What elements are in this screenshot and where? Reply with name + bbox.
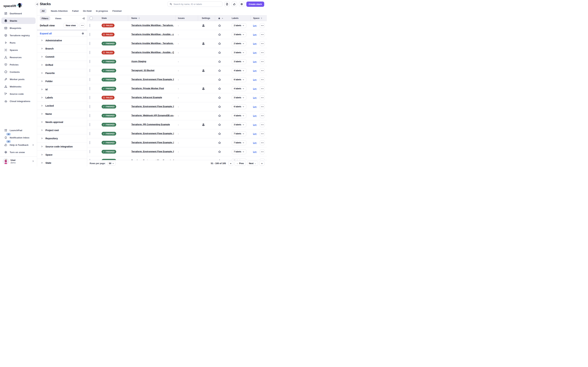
tab-failed[interactable]: Failed bbox=[72, 9, 79, 13]
create-stack-button[interactable]: Create stack bbox=[246, 1, 264, 7]
labels-dropdown-button[interactable]: 3 labels bbox=[232, 32, 246, 37]
last-page-button[interactable]: » bbox=[260, 161, 264, 166]
space-link[interactable]: Legacy bbox=[253, 142, 258, 144]
stack-name-link[interactable]: Terraform: Infracost Example bbox=[131, 96, 162, 99]
tab-on-hold[interactable]: On Hold bbox=[83, 9, 92, 13]
row-more-button[interactable] bbox=[260, 113, 265, 118]
labels-dropdown-button[interactable]: 3 labels bbox=[232, 50, 246, 55]
sidebar-item-blueprints[interactable]: Blueprints bbox=[1, 25, 35, 31]
space-link[interactable]: Legacy bbox=[253, 42, 258, 45]
stack-name-link[interactable]: Terraform Ansible Workflow - Terraform -… bbox=[131, 24, 174, 26]
tab-needs-attention[interactable]: Needs Attention bbox=[51, 9, 68, 13]
labels-dropdown-button[interactable]: 3 labels bbox=[232, 95, 246, 100]
labels-dropdown-button[interactable]: 2 labels bbox=[232, 41, 246, 46]
filter-group-name[interactable]: Name bbox=[37, 110, 87, 118]
filter-group-administrative[interactable]: Administrative bbox=[37, 36, 87, 45]
column-header-favorite[interactable] bbox=[215, 16, 231, 21]
stack-name-link[interactable]: Terraform: Environment Flow Example: Dev… bbox=[131, 78, 174, 81]
sidebar-item-source-code[interactable]: Source code bbox=[1, 91, 35, 97]
row-checkbox[interactable] bbox=[90, 132, 90, 135]
row-more-button[interactable] bbox=[260, 140, 265, 145]
stack-name-link[interactable]: Terraform: PR Commenting Example bbox=[131, 123, 170, 126]
sidebar-item-terraform-registry[interactable]: Terraform registry bbox=[1, 32, 35, 39]
filter-group-drifted[interactable]: Drifted bbox=[37, 61, 87, 69]
row-checkbox[interactable] bbox=[90, 78, 90, 81]
tab-all[interactable]: All bbox=[40, 9, 46, 13]
stack-name-link[interactable]: Terragrunt: S3 Bucket bbox=[131, 69, 154, 72]
tab-views[interactable]: Views bbox=[53, 16, 63, 21]
filter-group-labels[interactable]: Labels bbox=[37, 93, 87, 102]
feedback-button[interactable] bbox=[232, 1, 237, 7]
row-more-button[interactable] bbox=[260, 131, 265, 136]
row-more-button[interactable] bbox=[260, 149, 265, 154]
star-icon[interactable] bbox=[218, 114, 231, 117]
space-link[interactable]: Legacy bbox=[253, 33, 258, 36]
labels-dropdown-button[interactable]: 4 labels bbox=[232, 113, 246, 118]
row-checkbox[interactable] bbox=[90, 123, 90, 126]
row-more-button[interactable] bbox=[260, 158, 265, 160]
space-link[interactable]: Legacy bbox=[253, 133, 258, 135]
filter-group-needs-approval[interactable]: Needs approval bbox=[37, 118, 87, 126]
row-more-button[interactable] bbox=[260, 86, 265, 91]
row-checkbox[interactable] bbox=[90, 60, 90, 63]
labels-dropdown-button[interactable]: 7 labels bbox=[232, 158, 246, 160]
space-link[interactable]: Legacy bbox=[253, 51, 258, 54]
filter-group-locked[interactable]: Locked bbox=[37, 102, 87, 110]
space-link[interactable]: Legacy bbox=[253, 78, 258, 81]
row-more-button[interactable] bbox=[260, 104, 265, 109]
sidebar-item-worker-pools[interactable]: Worker pools bbox=[1, 76, 35, 83]
row-checkbox[interactable] bbox=[90, 42, 90, 45]
space-link[interactable]: Legacy bbox=[253, 60, 258, 63]
filter-group-space[interactable]: Space bbox=[37, 151, 87, 159]
new-view-button[interactable]: New view bbox=[63, 23, 78, 28]
sidebar-item-launchpad[interactable]: LaunchPad bbox=[1, 127, 35, 133]
stack-name-link[interactable]: Terraform Ansible Workflow - Ansible - c… bbox=[131, 33, 174, 35]
sidebar-item-contexts[interactable]: Contexts bbox=[1, 69, 35, 75]
sidebar-item-notification-inbox[interactable]: 16Notification Inbox bbox=[1, 134, 35, 141]
row-more-button[interactable] bbox=[260, 59, 265, 64]
star-icon[interactable] bbox=[218, 141, 231, 144]
labels-dropdown-button[interactable]: 6 labels bbox=[232, 77, 246, 82]
labels-dropdown-button[interactable]: 4 labels bbox=[232, 86, 246, 91]
row-more-button[interactable] bbox=[260, 95, 265, 100]
space-link[interactable]: Legacy bbox=[253, 124, 258, 126]
docs-button[interactable] bbox=[224, 1, 230, 7]
prev-page-button[interactable]: ← Prev bbox=[235, 161, 246, 166]
sidebar-item-spaces[interactable]: Spaces bbox=[1, 47, 35, 53]
filter-group-folder[interactable]: Folder bbox=[37, 77, 87, 85]
labels-dropdown-button[interactable]: 7 labels bbox=[232, 149, 246, 154]
labels-dropdown-button[interactable]: 3 labels bbox=[232, 122, 246, 127]
star-icon[interactable] bbox=[218, 150, 231, 153]
filter-group-source-code-integration[interactable]: Source code integration bbox=[37, 142, 87, 151]
filter-group-commit[interactable]: Commit bbox=[37, 53, 87, 61]
star-icon[interactable] bbox=[218, 132, 231, 135]
labels-dropdown-button[interactable]: 7 labels bbox=[232, 131, 246, 136]
row-more-button[interactable] bbox=[260, 68, 265, 73]
row-checkbox[interactable] bbox=[90, 150, 90, 153]
filter-settings-gear-icon[interactable] bbox=[82, 32, 84, 35]
sidebar-item-cloud-integrations[interactable]: Cloud integrations bbox=[1, 98, 35, 104]
filter-group-project-root[interactable]: Project root bbox=[37, 126, 87, 134]
stack-name-link[interactable]: Terraform: Environment Flow Example: Pro… bbox=[131, 150, 174, 153]
row-checkbox[interactable] bbox=[90, 114, 90, 117]
user-menu[interactable]: User demo bbox=[0, 157, 37, 167]
first-page-button[interactable]: « bbox=[228, 161, 233, 166]
star-icon[interactable] bbox=[218, 60, 231, 63]
stack-name-link[interactable]: Terraform Ansible Workflow - Ansible - Q… bbox=[131, 51, 174, 54]
space-link[interactable]: Legacy bbox=[253, 115, 258, 117]
space-link[interactable]: Legacy bbox=[253, 105, 258, 108]
expand-all-link[interactable]: Expand all bbox=[40, 32, 52, 35]
column-header-space[interactable]: Space bbox=[251, 16, 267, 21]
sidebar-item-runs[interactable]: Runs bbox=[1, 40, 35, 46]
stack-name-link[interactable]: Terraform Ansible Workflow - Terraform -… bbox=[131, 42, 174, 45]
stack-name-link[interactable]: Terraform: Private Worker Pool bbox=[131, 87, 164, 90]
row-checkbox[interactable] bbox=[90, 87, 90, 90]
stack-name-link[interactable]: Terraform: Environment Flow Example: Sta… bbox=[131, 132, 174, 135]
row-more-button[interactable] bbox=[260, 122, 265, 127]
row-checkbox[interactable] bbox=[90, 51, 90, 54]
row-more-button[interactable] bbox=[260, 23, 265, 28]
filter-group-branch[interactable]: Branch bbox=[37, 45, 87, 53]
select-all-checkbox[interactable] bbox=[90, 17, 93, 20]
row-checkbox[interactable] bbox=[90, 96, 90, 99]
row-more-button[interactable] bbox=[260, 32, 265, 37]
